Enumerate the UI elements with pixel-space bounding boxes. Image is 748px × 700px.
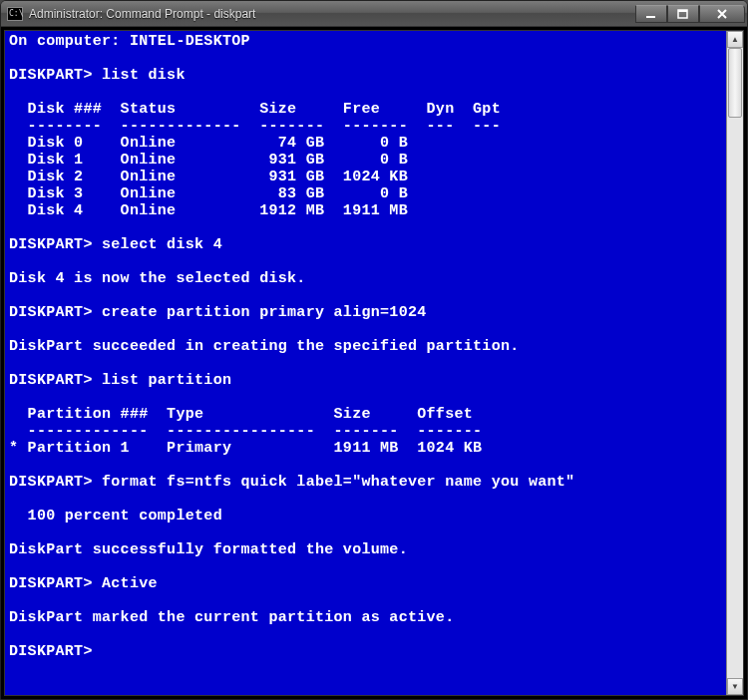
close-button[interactable] — [699, 5, 745, 23]
window-title: Administrator: Command Prompt - diskpart — [29, 7, 635, 21]
app-icon: C:\ — [7, 7, 23, 21]
scroll-thumb[interactable] — [728, 48, 742, 118]
vertical-scrollbar[interactable]: ▲ ▼ — [726, 31, 743, 695]
svg-rect-0 — [646, 16, 655, 18]
titlebar[interactable]: C:\ Administrator: Command Prompt - disk… — [1, 1, 747, 27]
terminal-output[interactable]: On computer: INTEL-DESKTOP DISKPART> lis… — [5, 31, 726, 695]
terminal-wrapper: On computer: INTEL-DESKTOP DISKPART> lis… — [4, 30, 744, 696]
maximize-button[interactable] — [667, 5, 699, 23]
command-prompt-window: C:\ Administrator: Command Prompt - disk… — [0, 0, 748, 700]
scroll-down-arrow[interactable]: ▼ — [727, 678, 743, 695]
svg-rect-2 — [678, 10, 687, 12]
client-area: On computer: INTEL-DESKTOP DISKPART> lis… — [1, 27, 747, 699]
scroll-up-arrow[interactable]: ▲ — [727, 31, 743, 48]
minimize-button[interactable] — [635, 5, 667, 23]
scroll-track[interactable] — [727, 48, 743, 678]
window-controls — [635, 5, 745, 23]
